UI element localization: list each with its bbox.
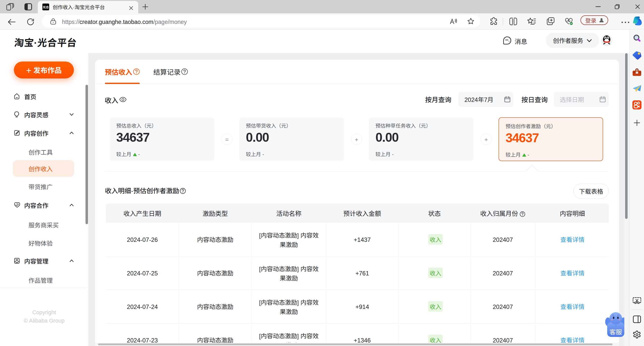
svg-text:客服: 客服 — [609, 327, 622, 336]
